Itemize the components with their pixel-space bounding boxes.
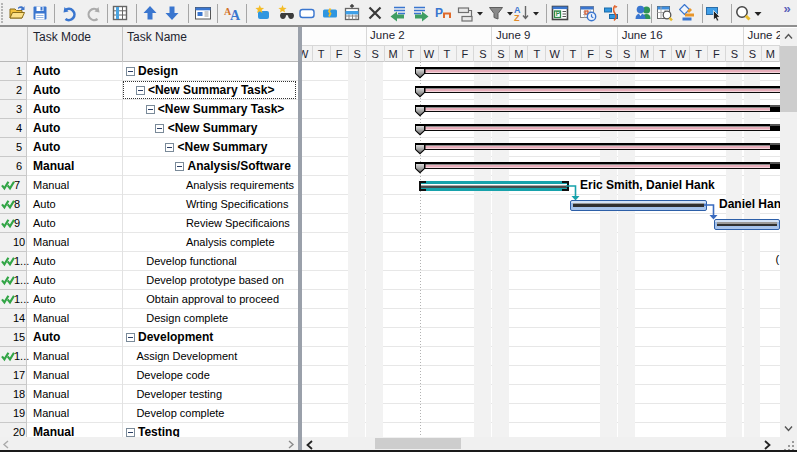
svg-text:P: P [435,6,443,20]
svg-text:P: P [556,10,561,17]
svg-text:A: A [230,8,241,22]
svg-text:Z: Z [514,13,520,22]
